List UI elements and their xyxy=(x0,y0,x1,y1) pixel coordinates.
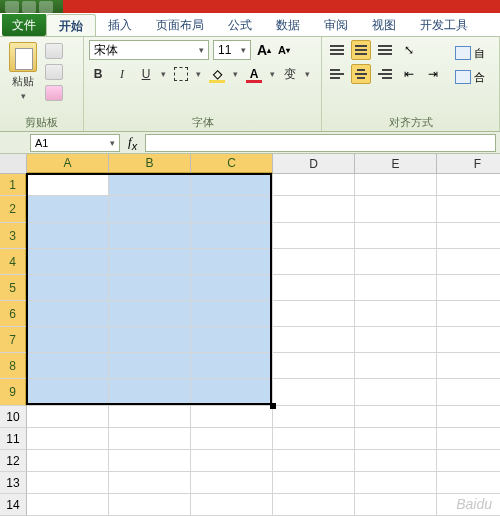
cell[interactable] xyxy=(437,174,500,196)
cell[interactable] xyxy=(109,249,191,275)
row-header[interactable]: 10 xyxy=(0,406,27,428)
column-header[interactable]: F xyxy=(437,154,500,174)
format-painter-icon[interactable] xyxy=(45,85,63,101)
cell[interactable] xyxy=(355,494,437,516)
cell[interactable] xyxy=(27,428,109,450)
cell[interactable] xyxy=(437,450,500,472)
tab-开始[interactable]: 开始 xyxy=(46,14,96,36)
cell[interactable] xyxy=(273,327,355,353)
row-header[interactable]: 8 xyxy=(0,353,27,379)
cell[interactable] xyxy=(437,353,500,379)
row-header[interactable]: 5 xyxy=(0,275,27,301)
cell[interactable] xyxy=(355,428,437,450)
qat-redo-icon[interactable] xyxy=(39,1,53,13)
cell[interactable] xyxy=(27,494,109,516)
qat-undo-icon[interactable] xyxy=(22,1,36,13)
cell[interactable] xyxy=(27,275,109,301)
cell[interactable] xyxy=(355,301,437,327)
cell[interactable] xyxy=(355,379,437,406)
row-header[interactable]: 4 xyxy=(0,249,27,275)
cell[interactable] xyxy=(191,379,273,406)
cell[interactable] xyxy=(355,327,437,353)
bold-button[interactable]: B xyxy=(89,64,107,84)
phonetic-button[interactable]: 变 xyxy=(281,64,299,84)
cut-icon[interactable] xyxy=(45,43,63,59)
cell[interactable] xyxy=(273,223,355,249)
copy-icon[interactable] xyxy=(45,64,63,80)
cell[interactable] xyxy=(273,428,355,450)
cell[interactable] xyxy=(355,196,437,223)
cell[interactable] xyxy=(191,494,273,516)
row-header[interactable]: 13 xyxy=(0,472,27,494)
fx-icon[interactable]: fx xyxy=(128,134,137,152)
cell[interactable] xyxy=(109,450,191,472)
select-all-corner[interactable] xyxy=(0,154,27,174)
cell[interactable] xyxy=(437,472,500,494)
file-tab[interactable]: 文件 xyxy=(2,14,46,36)
tab-视图[interactable]: 视图 xyxy=(360,14,408,36)
cell[interactable] xyxy=(109,379,191,406)
cell[interactable] xyxy=(27,406,109,428)
align-top-button[interactable] xyxy=(327,40,347,60)
cell[interactable] xyxy=(355,406,437,428)
cell[interactable] xyxy=(27,472,109,494)
qat-save-icon[interactable] xyxy=(5,1,19,13)
column-header[interactable]: D xyxy=(273,154,355,174)
chevron-down-icon[interactable]: ▾ xyxy=(270,69,275,79)
cell[interactable] xyxy=(437,428,500,450)
cell[interactable] xyxy=(109,428,191,450)
tab-页面布局[interactable]: 页面布局 xyxy=(144,14,216,36)
cell[interactable] xyxy=(273,494,355,516)
cell[interactable] xyxy=(191,223,273,249)
cell[interactable] xyxy=(191,428,273,450)
cell[interactable] xyxy=(273,353,355,379)
border-button[interactable] xyxy=(172,64,190,84)
cell[interactable] xyxy=(437,406,500,428)
cell[interactable] xyxy=(273,196,355,223)
row-header[interactable]: 14 xyxy=(0,494,27,516)
row-header[interactable]: 9 xyxy=(0,379,27,406)
cell[interactable] xyxy=(437,196,500,223)
cell[interactable] xyxy=(437,301,500,327)
row-header[interactable]: 6 xyxy=(0,301,27,327)
cell[interactable] xyxy=(109,301,191,327)
cell[interactable] xyxy=(109,472,191,494)
cell[interactable] xyxy=(273,275,355,301)
cell[interactable] xyxy=(355,450,437,472)
cell[interactable] xyxy=(273,472,355,494)
cell[interactable] xyxy=(27,249,109,275)
column-header[interactable]: E xyxy=(355,154,437,174)
cell[interactable] xyxy=(191,301,273,327)
cell[interactable] xyxy=(191,450,273,472)
chevron-down-icon[interactable]: ▾ xyxy=(196,69,201,79)
cell[interactable] xyxy=(109,223,191,249)
align-bottom-button[interactable] xyxy=(375,40,395,60)
cell[interactable] xyxy=(191,249,273,275)
cell[interactable] xyxy=(355,353,437,379)
align-center-button[interactable] xyxy=(351,64,371,84)
cell[interactable] xyxy=(191,406,273,428)
cell[interactable] xyxy=(355,174,437,196)
cell[interactable] xyxy=(273,174,355,196)
tab-审阅[interactable]: 审阅 xyxy=(312,14,360,36)
chevron-down-icon[interactable]: ▾ xyxy=(305,69,310,79)
cell[interactable] xyxy=(191,174,273,196)
cell[interactable] xyxy=(191,196,273,223)
cell[interactable] xyxy=(109,327,191,353)
italic-button[interactable]: I xyxy=(113,64,131,84)
cell[interactable] xyxy=(355,275,437,301)
cell[interactable] xyxy=(437,379,500,406)
cell[interactable] xyxy=(109,406,191,428)
increase-indent-button[interactable]: ⇥ xyxy=(423,64,443,84)
font-size-combo[interactable]: 11 ▾ xyxy=(213,40,251,60)
font-name-combo[interactable]: 宋体 ▾ xyxy=(89,40,209,60)
cell[interactable] xyxy=(109,353,191,379)
name-box[interactable]: A1 ▾ xyxy=(30,134,120,152)
grow-font-button[interactable]: A▴ xyxy=(255,40,273,60)
cell[interactable] xyxy=(109,196,191,223)
cell[interactable] xyxy=(109,494,191,516)
tab-数据[interactable]: 数据 xyxy=(264,14,312,36)
cell[interactable] xyxy=(437,223,500,249)
wrap-text-button[interactable]: 自 xyxy=(451,43,489,63)
column-header[interactable]: B xyxy=(109,154,191,174)
